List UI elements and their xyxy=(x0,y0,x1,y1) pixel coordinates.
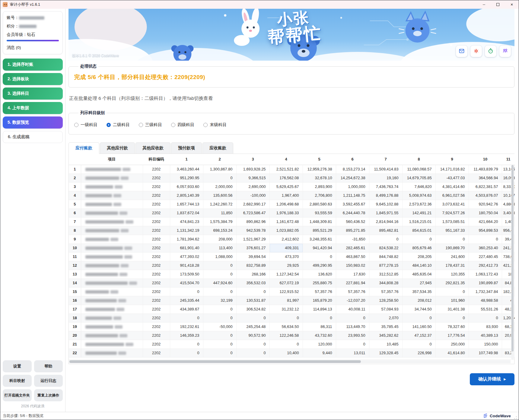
tab-3[interactable]: 其他应收款 xyxy=(135,142,170,154)
mail-button[interactable] xyxy=(456,46,467,57)
tab-2[interactable]: 其他应付款 xyxy=(100,142,135,154)
value-cell: 1,967,400 xyxy=(269,191,303,200)
radio-option-3[interactable]: 三级科目 xyxy=(139,122,162,128)
minimize-button[interactable]: ─ xyxy=(477,0,491,9)
points-value-blurred xyxy=(19,25,37,28)
value-cell: 0 xyxy=(269,340,303,348)
maximize-button[interactable] xyxy=(491,0,505,9)
row-index: 18 xyxy=(69,313,81,322)
value-cell: 7,436,763.74 xyxy=(369,182,402,191)
value-cell: 560,436.52 xyxy=(336,217,369,226)
value-cell: 1,023,882.05 xyxy=(269,226,303,235)
messages-label: 消息 (0) xyxy=(7,45,21,50)
project-blur-bar xyxy=(85,229,119,232)
step-button-5[interactable]: 5. 数据预览 xyxy=(3,116,63,129)
people-button[interactable] xyxy=(499,46,511,57)
value-cell: 364,566.94 xyxy=(469,173,502,182)
confirm-continue-button[interactable]: 确认并继续 ▶ xyxy=(470,373,514,385)
value-cell: 2,880,580.63 xyxy=(303,200,336,208)
horizontal-scrollbar[interactable] xyxy=(69,360,511,363)
radio-icon[interactable] xyxy=(139,123,143,127)
subject-code-cell: 2202 xyxy=(143,235,170,243)
header-col-4: 4 xyxy=(269,154,303,165)
value-cell: 920,942.76 xyxy=(469,200,502,208)
value-cell: 40,389.13 xyxy=(469,331,502,340)
utility-button-2[interactable]: 帮助 xyxy=(34,360,63,372)
utility-button-3[interactable]: 科目映射 xyxy=(3,375,32,387)
project-name-blurred xyxy=(81,278,143,287)
radio-icon[interactable] xyxy=(74,123,78,127)
project-blur-bar-2 xyxy=(113,317,121,320)
step-button-4[interactable]: 4. 上年数据 xyxy=(3,102,63,114)
row-index: 7 xyxy=(69,217,81,226)
resize-grip[interactable] xyxy=(514,416,517,419)
row-index: 10 xyxy=(69,243,81,252)
subject-level-panel: 列示科目级别 一级科目二级科目三级科目四级科目末级科目 xyxy=(68,110,514,135)
value-cell: 39,694.54 xyxy=(236,252,269,261)
table-row: 112202477,393.021,088,00039,694.54473,37… xyxy=(69,252,515,261)
project-blur-bar xyxy=(85,273,118,276)
value-cell: 176,562.08 xyxy=(269,173,303,182)
subject-tabs: 应付账款其他应付款其他应收款预付款项应收账款 xyxy=(68,142,514,154)
step-button-6[interactable]: 6. 生成底稿 xyxy=(3,131,63,143)
radio-icon[interactable] xyxy=(171,123,175,127)
value-cell: 306,524.82 xyxy=(236,305,269,313)
value-cell: 178,437.31 xyxy=(435,261,469,270)
row-index: 14 xyxy=(69,278,81,287)
radio-icon[interactable] xyxy=(203,123,208,127)
utility-button-1[interactable]: 设置 xyxy=(3,360,32,372)
project-blur-bar xyxy=(85,343,124,346)
value-cell: 173,509.50 xyxy=(170,270,203,278)
radio-selected-icon[interactable] xyxy=(107,123,111,127)
table-row: 2122020000120,000010,4850250,000150,000 xyxy=(69,340,515,348)
step-button-1[interactable]: 1. 选择序时账 xyxy=(3,59,63,71)
project-name-blurred xyxy=(81,182,143,191)
utility-button-5[interactable]: 打开底稿文件夹 xyxy=(3,389,32,401)
close-button[interactable]: ✕ xyxy=(505,0,519,9)
tab-1[interactable]: 应付账款 xyxy=(68,142,99,154)
project-blur-bar xyxy=(85,185,113,189)
project-blur-bar-2 xyxy=(124,247,132,250)
burst-button[interactable] xyxy=(470,46,482,57)
value-cell: 268,166 xyxy=(236,270,269,278)
value-cell: 83,930 xyxy=(469,322,502,331)
value-cell: 23,993.50 xyxy=(336,331,369,340)
banner-version-text: 版本1.6.1 © 2026 CodeWave xyxy=(72,53,119,58)
play-arrow-icon: ▶ xyxy=(504,377,506,381)
account-card: 账号： 积分： 会员等级： 钻石 消息 (0) xyxy=(3,11,63,54)
row-index: 15 xyxy=(69,287,81,296)
vertical-scrollbar[interactable] xyxy=(511,165,514,359)
project-blur-bar-2 xyxy=(124,255,132,259)
main-area: 小张 帮帮忙 版本1.6.1 © 2026 CodeWave 处理状态 完成 5… xyxy=(65,9,519,412)
value-cell: 9,440 xyxy=(303,348,336,357)
subject-code-cell: 2202 xyxy=(143,340,170,348)
value-cell: 409,331 xyxy=(269,243,303,252)
value-cell: 0 xyxy=(469,235,502,243)
tab-4[interactable]: 预付款项 xyxy=(171,142,202,154)
vertical-scrollbar-thumb[interactable] xyxy=(511,165,514,352)
horizontal-scrollbar-thumb[interactable] xyxy=(69,360,361,363)
utility-button-6[interactable]: 重复上次操作 xyxy=(34,389,63,401)
stopwatch-button[interactable] xyxy=(485,46,496,57)
project-name-blurred xyxy=(81,340,143,348)
value-cell: 14,679,705.85 xyxy=(402,173,435,182)
step-button-3[interactable]: 3. 选择科目 xyxy=(3,88,63,100)
tab-5[interactable]: 应收账款 xyxy=(202,142,233,154)
subject-code-cell: 2202 xyxy=(143,296,170,305)
radio-option-5[interactable]: 末级科目 xyxy=(203,122,227,128)
burst-icon xyxy=(473,48,479,55)
value-cell: 86,311 xyxy=(303,322,336,331)
value-cell: 146,359.23 xyxy=(170,331,203,340)
radio-option-1[interactable]: 一级科目 xyxy=(74,122,97,128)
utility-button-4[interactable]: 运行日志 xyxy=(34,375,63,387)
radio-option-2[interactable]: 二级科目 xyxy=(107,122,130,128)
step-button-2[interactable]: 2. 选择板块 xyxy=(3,73,63,85)
project-blur-bar xyxy=(85,290,109,294)
project-blur-bar-2 xyxy=(121,229,129,232)
radio-option-4[interactable]: 四级科目 xyxy=(171,122,194,128)
value-cell: 0 xyxy=(303,252,336,261)
table-row: 822021,131,342.19698,153.24942,539.781,0… xyxy=(69,226,515,235)
value-cell: 5,008,974.63 xyxy=(402,191,435,200)
project-blur-bar-2 xyxy=(115,185,123,189)
row-index: 9 xyxy=(69,235,81,243)
